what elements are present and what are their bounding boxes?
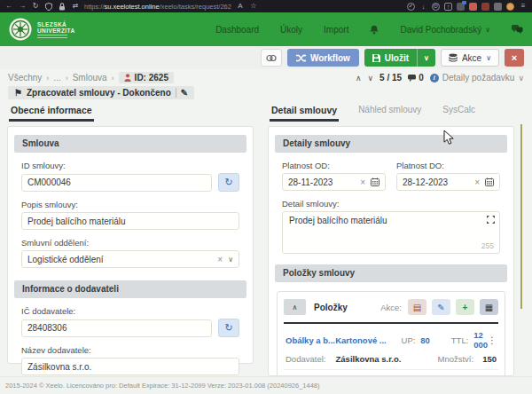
url-path: /xeelo/tasks/request/262 xyxy=(160,3,231,11)
next-record-button[interactable]: ∨ xyxy=(368,74,374,83)
comments-indicator[interactable]: 0 xyxy=(408,73,424,83)
crumb-smlouva[interactable]: Smlouva xyxy=(73,73,107,83)
tab-nahled-smlouvy[interactable]: Náhled smlouvy xyxy=(356,103,423,118)
refresh-icon: ↻ xyxy=(224,177,232,188)
chat-icon[interactable] xyxy=(512,25,523,35)
reload-icon[interactable]: ↻ xyxy=(31,2,40,11)
lock-icon[interactable] xyxy=(58,2,66,11)
add-item-button[interactable]: + xyxy=(456,299,474,315)
crumb-all[interactable]: Všechny xyxy=(8,73,42,83)
menu-icon[interactable]: ≡ xyxy=(519,2,528,11)
prev-record-button[interactable]: ∧ xyxy=(356,74,362,83)
nav-ukoly[interactable]: Úkoly xyxy=(280,25,302,35)
comment-count: 0 xyxy=(419,73,424,83)
item-qty-value: 150 xyxy=(482,354,497,364)
table-icon: ▦ xyxy=(485,303,493,312)
container-tab-icon[interactable]: ⇄ xyxy=(71,2,80,11)
clear-icon[interactable]: × xyxy=(360,177,365,187)
tab-syscalc[interactable]: SysCalc xyxy=(441,103,477,118)
profile-avatar[interactable] xyxy=(506,3,514,11)
collapse-items-button[interactable]: ∧ xyxy=(284,299,306,315)
valid-from-label: Platnost OD: xyxy=(282,161,386,170)
valid-to-input[interactable]: 28-12-2023 × xyxy=(396,173,500,191)
edit-item-button[interactable]: ✎ xyxy=(432,299,450,315)
supplier-name-label: Název dodavatele: xyxy=(21,345,239,355)
actions-button[interactable]: Akce ∨ xyxy=(441,49,499,67)
crumb-ellipsis[interactable]: ... xyxy=(53,73,60,83)
clear-icon[interactable]: × xyxy=(217,255,223,264)
extension-red-icon[interactable] xyxy=(469,3,477,11)
mouse-cursor xyxy=(443,130,454,149)
record-id-badge[interactable]: ID: 2625 xyxy=(119,72,174,83)
nav-import[interactable]: Import xyxy=(324,25,348,35)
valid-from-input[interactable]: 28-11-2023 × xyxy=(282,173,386,191)
section-detaily-smlouvy: Detaily smlouvy xyxy=(275,135,507,153)
save-main[interactable]: Uložit xyxy=(364,53,417,63)
link-button[interactable] xyxy=(261,49,282,67)
share-icon[interactable]: ↑ xyxy=(444,3,452,11)
items-actions-label: Akce: xyxy=(380,303,402,312)
workflow-button[interactable]: Workflow xyxy=(287,49,359,67)
action-toolbar: Workflow Uložit ∨ Akce ∨ × xyxy=(0,46,532,69)
tab-detail-smlouvy[interactable]: Detail smlouvy xyxy=(270,103,339,122)
actions-chevron-icon: ∨ xyxy=(486,54,491,62)
contract-desc-input[interactable] xyxy=(21,212,239,230)
right-column: Detail smlouvy Náhled smlouvy SysCalc De… xyxy=(268,103,514,376)
chevron-up-icon: ∧ xyxy=(293,303,298,311)
contract-detail-label: Detail smlouvy: xyxy=(282,199,500,209)
app-window: ← → ↻ ⇄ https://su.xeelotest.online/xeel… xyxy=(0,0,532,394)
contract-id-input[interactable] xyxy=(21,174,212,192)
item-kebab-menu[interactable]: ⋮ xyxy=(488,335,497,345)
comment-icon xyxy=(408,75,416,82)
contract-dept-select[interactable]: Logistické oddělení × ∨ xyxy=(21,250,239,268)
translate-icon[interactable]: A xyxy=(236,2,245,11)
notifications-bell-icon[interactable] xyxy=(370,25,379,35)
calendar-icon[interactable] xyxy=(371,177,379,186)
user-menu[interactable]: David Pochobradský ∨ xyxy=(400,25,490,35)
supplier-ic-refresh-button[interactable]: ↻ xyxy=(218,319,239,337)
save-dropdown-chevron-icon[interactable]: ∨ xyxy=(417,49,435,67)
download-icon[interactable]: ↓ xyxy=(419,3,427,11)
close-button[interactable]: × xyxy=(505,49,524,67)
item-name-link[interactable]: Kartonové ... xyxy=(335,335,401,345)
supplier-ic-input[interactable] xyxy=(21,319,212,337)
expand-icon[interactable] xyxy=(487,216,495,224)
university-logo[interactable]: SLEZSKÁ UNIVERZITA xyxy=(9,18,75,41)
extension-gray-icon[interactable] xyxy=(494,3,502,11)
extension-badged-icon[interactable] xyxy=(457,3,465,11)
bookmark-star-icon[interactable]: ☆ xyxy=(249,2,258,11)
crumb-separator: › xyxy=(46,74,49,83)
account-icon[interactable]: ⊙ xyxy=(432,3,440,11)
contract-id-refresh-button[interactable]: ↻ xyxy=(218,173,239,192)
items-actions: Akce: ▤ ✎ + ▦ xyxy=(380,299,498,315)
person-icon xyxy=(124,74,131,82)
table-view-button[interactable]: ▦ xyxy=(480,299,498,315)
delete-item-button[interactable]: ▤ xyxy=(408,299,426,315)
extension-darkred-icon[interactable] xyxy=(481,3,489,11)
tracking-shield-icon[interactable] xyxy=(44,2,53,11)
breadcrumb-bar: Všechny › ... › Smlouva › ID: 2625 ∧ ∨ 5… xyxy=(0,69,532,99)
tab-obecne-informace[interactable]: Obecné informace xyxy=(9,103,94,122)
valid-to-value: 28-12-2023 xyxy=(403,177,474,187)
panel-scrollbar[interactable] xyxy=(520,124,522,309)
item-row[interactable]: Obálky a b... Kartonové ... UP: 80 TTL: … xyxy=(284,324,498,370)
save-button[interactable]: Uložit ∨ xyxy=(364,49,435,67)
nav-dashboard[interactable]: Dashboard xyxy=(215,25,259,35)
contract-dept-label: Smluvní oddělení: xyxy=(21,238,239,248)
extension-shield-icon[interactable]: ✓ xyxy=(407,3,415,11)
calendar-icon[interactable] xyxy=(485,177,494,186)
clear-icon[interactable]: × xyxy=(474,177,480,187)
item-category-link[interactable]: Obálky a b... xyxy=(286,335,335,345)
chevron-down-icon: ∨ xyxy=(485,26,490,34)
right-tabs: Detail smlouvy Náhled smlouvy SysCalc xyxy=(268,103,514,122)
edit-status-icon[interactable]: ✎ xyxy=(181,88,188,98)
supplier-name-input[interactable] xyxy=(21,358,239,375)
item-row[interactable]: Obálky a b... Štítky na b... UP: 3 TTL: … xyxy=(284,370,498,376)
chevron-down-icon[interactable]: ∨ xyxy=(228,256,233,264)
forward-icon[interactable]: → xyxy=(18,2,27,11)
back-icon[interactable]: ← xyxy=(4,2,13,11)
contract-detail-textarea[interactable]: Prodej balícího materiálu 255 xyxy=(282,211,500,254)
request-details-toggle[interactable]: i Detaily požadavku ∨ xyxy=(430,73,524,83)
url-bar[interactable]: https://su.xeelotest.online/xeelo/tasks/… xyxy=(84,3,231,11)
logo-subtitle: UNIVERZITA xyxy=(37,28,75,34)
